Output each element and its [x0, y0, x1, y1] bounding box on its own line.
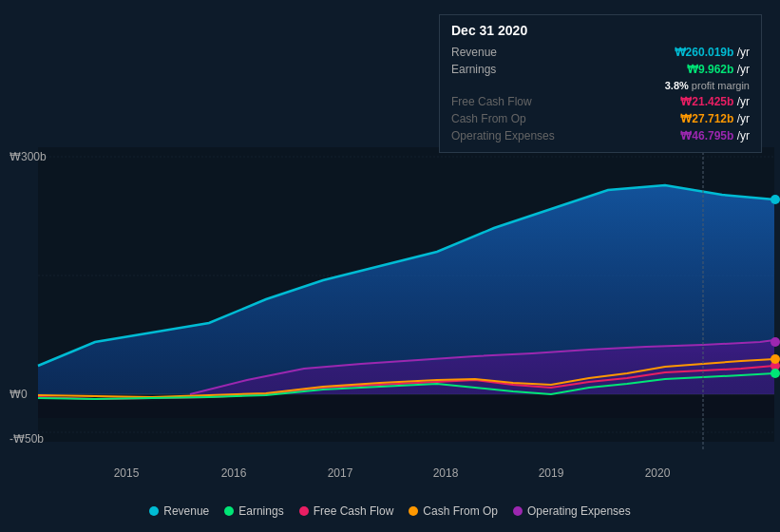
legend-label-cashfromop: Cash From Op: [423, 504, 498, 518]
tooltip-row-cashfromop: Cash From Op ₩27.712b /yr: [451, 110, 750, 127]
legend-label-opex: Operating Expenses: [527, 504, 631, 518]
legend-label-revenue: Revenue: [163, 504, 209, 518]
profit-margin: 3.8% profit margin: [451, 78, 750, 93]
opex-label: Operating Expenses: [451, 127, 623, 144]
chart-container: ₩300b ₩0 -₩50b 2015 2016 2017 2018 2019 …: [0, 0, 780, 532]
legend-earnings[interactable]: Earnings: [224, 504, 283, 518]
legend-dot-revenue: [149, 506, 159, 516]
legend-label-fcf: Free Cash Flow: [314, 504, 394, 518]
opex-value: ₩46.795b /yr: [623, 127, 750, 144]
tooltip-row-opex: Operating Expenses ₩46.795b /yr: [451, 127, 750, 144]
svg-point-7: [770, 337, 780, 347]
svg-point-9: [770, 354, 780, 364]
x-label-2020: 2020: [645, 466, 671, 480]
legend-opex[interactable]: Operating Expenses: [513, 504, 631, 518]
tooltip-row-earnings: Earnings ₩9.962b /yr: [451, 61, 750, 78]
legend-dot-fcf: [299, 506, 309, 516]
legend-dot-opex: [513, 506, 523, 516]
fcf-value: ₩21.425b /yr: [623, 93, 750, 110]
cashfromop-label: Cash From Op: [451, 110, 623, 127]
legend-revenue[interactable]: Revenue: [149, 504, 209, 518]
legend-dot-earnings: [224, 506, 234, 516]
tooltip-row-revenue: Revenue ₩260.019b /yr: [451, 44, 750, 61]
earnings-label: Earnings: [451, 61, 623, 78]
x-label-2019: 2019: [539, 466, 564, 480]
svg-point-6: [770, 195, 780, 204]
tooltip-row-fcf: Free Cash Flow ₩21.425b /yr: [451, 93, 750, 110]
legend-label-earnings: Earnings: [238, 504, 283, 518]
y-label-neg50b: -₩50b: [10, 432, 44, 446]
earnings-value: ₩9.962b /yr: [623, 61, 750, 78]
legend-fcf[interactable]: Free Cash Flow: [299, 504, 394, 518]
y-label-0: ₩0: [10, 388, 28, 401]
tooltip-table: Revenue ₩260.019b /yr Earnings ₩9.962b /…: [451, 44, 750, 144]
data-tooltip: Dec 31 2020 Revenue ₩260.019b /yr Earnin…: [439, 14, 762, 153]
x-label-2017: 2017: [328, 466, 353, 480]
tooltip-row-profit-margin: 3.8% profit margin: [451, 78, 750, 93]
revenue-value: ₩260.019b /yr: [623, 44, 750, 61]
cashfromop-value: ₩27.712b /yr: [623, 110, 750, 127]
legend-cashfromop[interactable]: Cash From Op: [409, 504, 498, 518]
chart-legend: Revenue Earnings Free Cash Flow Cash Fro…: [0, 504, 780, 518]
x-label-2015: 2015: [114, 466, 140, 480]
x-label-2018: 2018: [433, 466, 459, 480]
legend-dot-cashfromop: [409, 506, 418, 516]
fcf-label: Free Cash Flow: [451, 93, 623, 110]
x-label-2016: 2016: [221, 466, 247, 480]
svg-point-10: [770, 369, 780, 378]
tooltip-title: Dec 31 2020: [451, 23, 750, 38]
revenue-label: Revenue: [451, 44, 623, 61]
y-label-300b: ₩300b: [10, 150, 47, 163]
